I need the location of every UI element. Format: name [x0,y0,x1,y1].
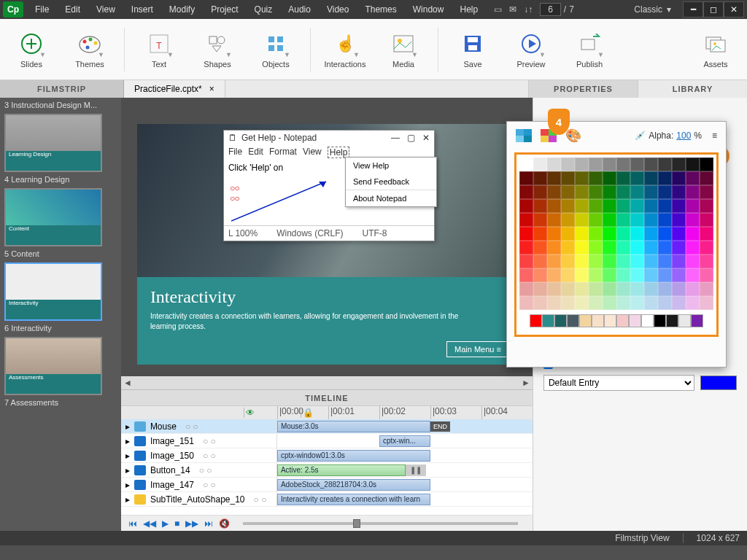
swatch[interactable] [533,254,547,268]
swatch[interactable] [547,185,561,199]
swatch[interactable] [603,158,616,171]
dropdown-item[interactable]: About Notepad [346,190,436,206]
swatch[interactable] [672,241,686,254]
swatch[interactable] [603,213,616,227]
timeline-row[interactable]: ▸Image_150○ ○cptx-window01:3.0s [121,448,533,463]
swatch[interactable] [616,199,630,213]
swatch[interactable] [700,171,713,185]
swatch[interactable] [616,314,629,327]
swatch[interactable] [533,227,547,241]
end-icon[interactable]: ⏭ [204,518,213,529]
ribbon-objects[interactable]: ▼ Objects [250,23,301,77]
minimize-button[interactable]: ━ [683,1,703,18]
timeline-row[interactable]: ▸Mouse○ ○Mouse:3.0sEND [121,419,533,434]
np-menu-view[interactable]: View [303,147,322,158]
swatch[interactable] [533,241,547,254]
swatch[interactable] [630,282,644,296]
timeline-header[interactable]: TIMELINE [121,389,533,405]
swatch[interactable] [589,268,603,282]
maximize-icon[interactable]: ▢ [407,133,415,143]
swatch[interactable] [533,185,547,199]
swatch[interactable] [519,213,533,227]
swatch[interactable] [589,282,603,296]
swatch[interactable] [672,296,686,310]
swatch[interactable] [644,199,658,213]
swatch[interactable] [691,314,703,327]
timeline-bar[interactable]: Mouse:3.0s [277,421,430,432]
swatch[interactable] [603,227,616,241]
swatch[interactable] [533,268,547,282]
swatch[interactable] [658,268,672,282]
swatches-tab[interactable] [516,129,532,142]
swatch[interactable] [644,282,658,296]
swatch[interactable] [547,213,561,227]
swatch[interactable] [616,171,630,185]
menu-help[interactable]: Help [452,2,485,17]
menu-themes[interactable]: Themes [357,2,403,17]
swatch[interactable] [519,227,533,241]
swatch[interactable] [603,199,616,213]
swatch[interactable] [644,268,658,282]
stop-icon[interactable]: ■ [174,518,179,529]
swatch[interactable] [592,314,604,327]
swatch[interactable] [700,158,713,171]
swatch[interactable] [533,282,547,296]
notif-icon[interactable]: ▭ [494,4,502,15]
swatch-grid[interactable] [519,158,713,310]
swatch[interactable] [575,268,589,282]
maximize-button[interactable]: ◻ [703,1,724,18]
swatch[interactable] [658,296,672,310]
swatch[interactable] [666,314,678,327]
close-button[interactable]: ✕ [724,1,744,18]
swatch[interactable] [519,241,533,254]
swatch[interactable] [672,213,686,227]
swatch[interactable] [686,213,700,227]
timeline-ruler[interactable]: 👁🔒 |00:00 |00:01 |00:02 |00:03 |00:04 [121,406,533,419]
document-tab[interactable]: PracticeFile.cptx* × [124,80,225,98]
swatch[interactable] [575,241,589,254]
swatch[interactable] [616,268,630,282]
swatch[interactable] [672,199,686,213]
swatch[interactable] [700,185,713,199]
swatch[interactable] [630,296,644,310]
swatch[interactable] [658,171,672,185]
swatch[interactable] [561,185,575,199]
minimize-icon[interactable]: — [391,133,400,143]
rewind-icon[interactable]: ⏮ [128,518,137,529]
ribbon-save[interactable]: Save [447,23,498,77]
swatch[interactable] [700,254,713,268]
menu-view[interactable]: View [89,2,123,17]
swatch[interactable] [589,171,603,185]
swatch[interactable] [658,185,672,199]
filmstrip-item[interactable]: Learning Design 4 Learning Design [4,114,117,184]
swatch[interactable] [575,227,589,241]
swatch[interactable] [547,158,561,171]
np-menu-edit[interactable]: Edit [248,147,263,158]
swatch[interactable] [575,185,589,199]
swatch[interactable] [686,268,700,282]
swatch[interactable] [700,241,713,254]
swatch[interactable] [547,199,561,213]
swatch[interactable] [686,185,700,199]
swatch[interactable] [533,158,547,171]
timeline-row[interactable]: ▸Image_147○ ○AdobeStock_288218704:3.0s [121,478,533,492]
swatch[interactable] [616,213,630,227]
swatch[interactable] [575,213,589,227]
swatch[interactable] [533,171,547,185]
swatch[interactable] [547,171,561,185]
swatch[interactable] [686,158,700,171]
swatch[interactable] [658,213,672,227]
swatch[interactable] [561,171,575,185]
swatch[interactable] [603,185,616,199]
swatch[interactable] [700,199,713,213]
swatch[interactable] [603,254,616,268]
swatch-row-bottom[interactable] [530,314,703,327]
horizontal-scrollbar[interactable]: ◄ ► [121,376,533,389]
swatch[interactable] [700,227,713,241]
swatch[interactable] [561,227,575,241]
canvas[interactable]: Interactivity Interactivity creates a co… [121,98,533,376]
swatch[interactable] [630,254,644,268]
swatch[interactable] [641,314,654,327]
ribbon-shapes[interactable]: ▼ Shapes [192,23,243,77]
swatch[interactable] [616,185,630,199]
